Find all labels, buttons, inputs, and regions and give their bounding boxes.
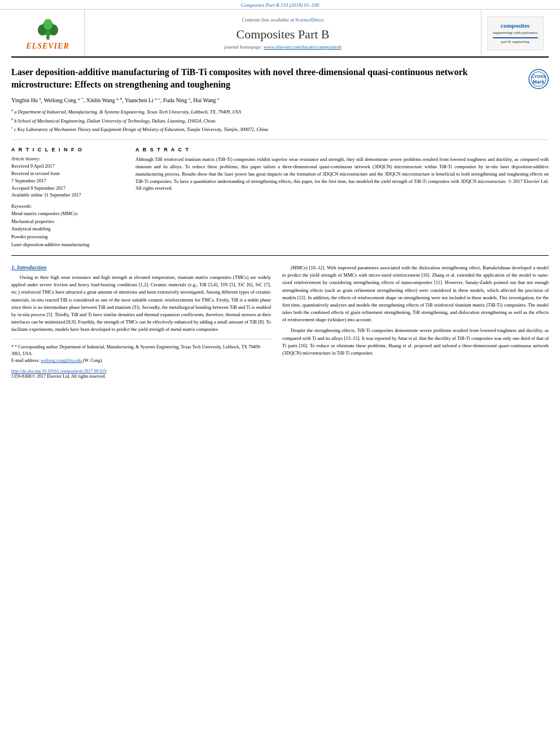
- footer-notes: * * Corresponding author. Department of …: [11, 339, 271, 379]
- email-person: (W. Cong).: [83, 358, 103, 363]
- main-content: Laser deposition-additive manufacturing …: [0, 58, 560, 387]
- affiliations: a a Department of Industrial, Manufactur…: [11, 108, 520, 133]
- article-info-col: A R T I C L E I N F O Article history: R…: [11, 147, 124, 248]
- article-history: Article history: Received 9 April 2017 R…: [11, 156, 124, 199]
- header-left: 🌿 ELSEVIER: [11, 10, 85, 56]
- svg-text:Mark: Mark: [532, 79, 545, 85]
- keyword-4: Powder processing: [11, 233, 124, 241]
- body-content: 1. Introduction Owing to their high wear…: [11, 256, 549, 387]
- svg-text:🌿: 🌿: [46, 36, 50, 41]
- email-note: E-mail address: weilong.cong@ttu.edu (W.…: [11, 357, 271, 364]
- author-4: Yuanchen Li a, c,: [125, 97, 162, 103]
- svg-text:Cross: Cross: [531, 73, 546, 79]
- elsevier-wordmark: ELSEVIER: [26, 42, 69, 51]
- svg-point-4: [43, 19, 52, 30]
- composites-logo-text: composites: [501, 22, 530, 29]
- intro-para-1: Owing to their high wear resistance and …: [11, 274, 271, 333]
- composites-logo-footer: part B: engineering: [493, 40, 538, 45]
- history-received: Received 9 April 2017: [11, 163, 124, 170]
- top-bar: Composites Part B 133 (2018) 91–100: [0, 0, 560, 10]
- sciencedirect-link[interactable]: ScienceDirect: [295, 17, 323, 23]
- keywords-title: Keywords:: [11, 203, 124, 209]
- abstract-text: Although TiB reinforced titanium matrix …: [135, 156, 549, 192]
- abstract-col: A B S T R A C T Although TiB reinforced …: [135, 147, 549, 248]
- author-2: Weilong Cong a, *,: [43, 97, 85, 103]
- contents-text: Contents lists available at: [242, 17, 295, 23]
- keyword-5: Laser deposition-additive manufacturing: [11, 241, 124, 249]
- homepage-link[interactable]: www.elsevier.com/locate/compositesb: [264, 44, 342, 50]
- keywords-list: Metal-matrix composites (MMCs) Mechanica…: [11, 210, 124, 248]
- body-text-right: (MMCs) [10–12]. With improved parameters…: [282, 264, 549, 357]
- history-revised-label: Received in revised form: [11, 170, 124, 177]
- history-online: Available online 11 September 2017: [11, 191, 124, 199]
- email-label: E-mail address:: [11, 358, 40, 363]
- keyword-3: Analytical modeling: [11, 225, 124, 233]
- authors-line: Yingbin Hu a, Weilong Cong a, *, Xinlin …: [11, 96, 520, 105]
- header-right: composites engineering with polymers par…: [481, 10, 549, 56]
- title-text-area: Laser deposition-additive manufacturing …: [11, 66, 520, 134]
- author-6: Hui Wang a: [193, 97, 219, 103]
- affil-1: a a Department of Industrial, Manufactur…: [11, 108, 520, 116]
- logo-divider: [493, 37, 538, 38]
- affil-2: b b School of Mechanical Engineering, Da…: [11, 117, 520, 125]
- journal-homepage: journal homepage: www.elsevier.com/locat…: [224, 44, 341, 50]
- journal-citation: Composites Part B 133 (2018) 91–100: [240, 2, 319, 8]
- composites-logo: composites engineering with polymers par…: [487, 16, 544, 50]
- article-info-heading: A R T I C L E I N F O: [11, 147, 124, 152]
- article-title-section: Laser deposition-additive manufacturing …: [11, 58, 549, 140]
- intro-para-3: Despite the strengthening effects, TiB-T…: [282, 327, 549, 357]
- keyword-2: Mechanical properties: [11, 218, 124, 226]
- issn-line: 1359-8368/© 2017 Elsevier Ltd. All right…: [11, 374, 271, 379]
- intro-heading: 1. Introduction: [11, 264, 271, 270]
- body-right-col: (MMCs) [10–12]. With improved parameters…: [282, 264, 549, 379]
- history-title: Article history:: [11, 156, 124, 161]
- sciencedirect-line: Contents lists available at ScienceDirec…: [242, 17, 324, 23]
- intro-para-2: (MMCs) [10–12]. With improved parameters…: [282, 264, 549, 324]
- elsevier-tree-logo: 🌿: [34, 15, 62, 41]
- doi-section: http://dx.doi.org/10.1016/j.compositesb.…: [11, 368, 271, 374]
- keyword-1: Metal-matrix composites (MMCs): [11, 210, 124, 218]
- crossmark-icon[interactable]: Cross Mark: [528, 69, 549, 89]
- article-info-abstract-section: A R T I C L E I N F O Article history: R…: [11, 140, 549, 256]
- doi-link[interactable]: http://dx.doi.org/10.1016/j.compositesb.…: [11, 369, 107, 374]
- history-revised-date: 7 September 2017: [11, 177, 124, 185]
- homepage-label: journal homepage:: [224, 44, 263, 50]
- author-5: Fuda Ning a,: [163, 97, 192, 103]
- affil-3: c c Key Laboratory of Mechanism Theory a…: [11, 125, 520, 133]
- header-center: Contents lists available at ScienceDirec…: [85, 10, 481, 56]
- corresponding-note: * * Corresponding author. Department of …: [11, 344, 271, 357]
- crossmark-area: Cross Mark: [520, 66, 549, 89]
- abstract-paragraph: Although TiB reinforced titanium matrix …: [135, 156, 549, 192]
- abstract-heading: A B S T R A C T: [135, 147, 549, 152]
- journal-title: Composites Part B: [236, 27, 329, 42]
- author-1: Yingbin Hu a,: [11, 97, 42, 103]
- header-section: 🌿 ELSEVIER Contents lists available at S…: [11, 10, 549, 58]
- history-accepted: Accepted 8 September 2017: [11, 185, 124, 192]
- author-3: Xinlin Wang a, b,: [86, 97, 124, 103]
- body-text-left: Owing to their high wear resistance and …: [11, 274, 271, 333]
- email-link[interactable]: weilong.cong@ttu.edu: [41, 358, 83, 363]
- article-title: Laser deposition-additive manufacturing …: [11, 66, 520, 91]
- body-left-col: 1. Introduction Owing to their high wear…: [11, 264, 271, 379]
- composites-logo-subtitle: engineering with polymers: [493, 30, 538, 36]
- page-wrapper: Composites Part B 133 (2018) 91–100 🌿 EL…: [0, 0, 560, 387]
